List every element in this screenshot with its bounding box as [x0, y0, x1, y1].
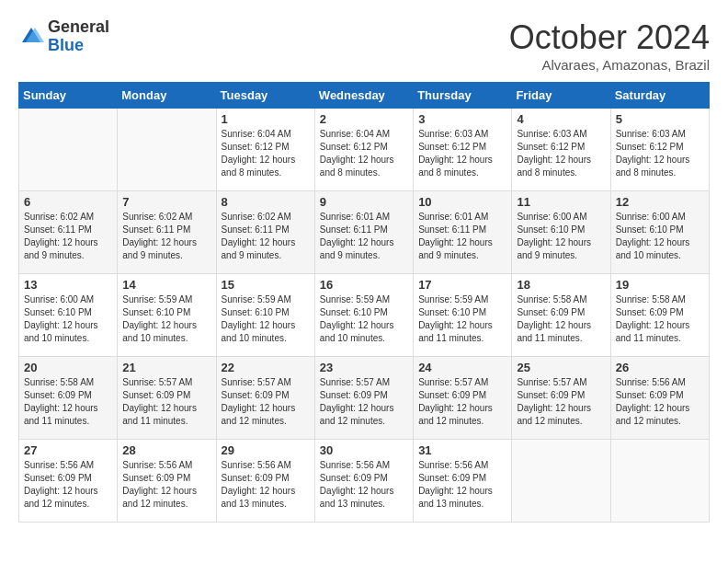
day-info: Sunrise: 5:59 AM Sunset: 6:10 PM Dayligh…: [320, 293, 408, 345]
logo-icon: [18, 24, 44, 50]
day-info: Sunrise: 6:01 AM Sunset: 6:11 PM Dayligh…: [320, 211, 408, 262]
calendar-cell: 20Sunrise: 5:58 AM Sunset: 6:09 PM Dayli…: [19, 357, 118, 440]
calendar-cell: 24Sunrise: 5:57 AM Sunset: 6:09 PM Dayli…: [414, 357, 512, 440]
day-number: 19: [616, 278, 704, 292]
calendar-cell: 23Sunrise: 5:57 AM Sunset: 6:09 PM Dayli…: [314, 357, 413, 440]
day-number: 3: [418, 112, 506, 126]
calendar-cell: [19, 109, 118, 191]
calendar-cell: 6Sunrise: 6:02 AM Sunset: 6:11 PM Daylig…: [19, 191, 118, 274]
day-number: 27: [24, 443, 112, 457]
day-number: 15: [222, 278, 310, 292]
day-info: Sunrise: 6:02 AM Sunset: 6:11 PM Dayligh…: [122, 211, 210, 262]
calendar-cell: 7Sunrise: 6:02 AM Sunset: 6:11 PM Daylig…: [118, 191, 216, 274]
day-info: Sunrise: 5:57 AM Sunset: 6:09 PM Dayligh…: [222, 376, 310, 428]
day-number: 16: [320, 278, 408, 292]
day-number: 6: [24, 195, 112, 209]
day-info: Sunrise: 6:00 AM Sunset: 6:10 PM Dayligh…: [24, 293, 112, 345]
day-number: 14: [122, 278, 210, 292]
calendar-cell: 1Sunrise: 6:04 AM Sunset: 6:12 PM Daylig…: [216, 109, 314, 191]
day-number: 12: [616, 195, 704, 209]
day-info: Sunrise: 6:00 AM Sunset: 6:10 PM Dayligh…: [517, 211, 605, 262]
day-of-week-saturday: Saturday: [610, 83, 709, 109]
day-info: Sunrise: 6:04 AM Sunset: 6:12 PM Dayligh…: [222, 128, 310, 179]
day-of-week-wednesday: Wednesday: [314, 83, 413, 109]
day-info: Sunrise: 6:00 AM Sunset: 6:10 PM Dayligh…: [616, 211, 704, 262]
calendar-cell: 8Sunrise: 6:02 AM Sunset: 6:11 PM Daylig…: [216, 191, 314, 274]
day-of-week-thursday: Thursday: [414, 83, 512, 109]
calendar-body: 1Sunrise: 6:04 AM Sunset: 6:12 PM Daylig…: [19, 109, 710, 523]
day-number: 4: [517, 112, 605, 126]
day-number: 11: [517, 195, 605, 209]
day-info: Sunrise: 5:56 AM Sunset: 6:09 PM Dayligh…: [320, 459, 408, 511]
day-number: 1: [222, 112, 310, 126]
calendar-cell: [610, 440, 709, 523]
day-number: 13: [24, 278, 112, 292]
day-info: Sunrise: 5:56 AM Sunset: 6:09 PM Dayligh…: [222, 459, 310, 511]
day-info: Sunrise: 5:58 AM Sunset: 6:09 PM Dayligh…: [616, 293, 704, 345]
calendar-cell: 3Sunrise: 6:03 AM Sunset: 6:12 PM Daylig…: [414, 109, 512, 191]
day-info: Sunrise: 5:57 AM Sunset: 6:09 PM Dayligh…: [418, 376, 506, 428]
calendar-cell: 25Sunrise: 5:57 AM Sunset: 6:09 PM Dayli…: [512, 357, 610, 440]
logo-blue-text: Blue: [48, 37, 109, 55]
day-number: 29: [222, 443, 310, 457]
logo: General Blue: [18, 18, 109, 55]
logo-general-text: General: [48, 18, 109, 37]
day-number: 7: [122, 195, 210, 209]
calendar-cell: 27Sunrise: 5:56 AM Sunset: 6:09 PM Dayli…: [19, 440, 118, 523]
day-info: Sunrise: 5:56 AM Sunset: 6:09 PM Dayligh…: [122, 459, 210, 511]
day-info: Sunrise: 5:58 AM Sunset: 6:09 PM Dayligh…: [517, 293, 605, 345]
day-number: 26: [616, 361, 704, 374]
calendar-cell: 18Sunrise: 5:58 AM Sunset: 6:09 PM Dayli…: [512, 274, 610, 357]
day-number: 10: [418, 195, 506, 209]
month-title: October 2024: [509, 18, 710, 57]
day-number: 9: [320, 195, 408, 209]
calendar-week-row: 13Sunrise: 6:00 AM Sunset: 6:10 PM Dayli…: [19, 274, 710, 357]
calendar-week-row: 20Sunrise: 5:58 AM Sunset: 6:09 PM Dayli…: [19, 357, 710, 440]
calendar-cell: 11Sunrise: 6:00 AM Sunset: 6:10 PM Dayli…: [512, 191, 610, 274]
day-info: Sunrise: 6:03 AM Sunset: 6:12 PM Dayligh…: [616, 128, 704, 179]
day-info: Sunrise: 5:59 AM Sunset: 6:10 PM Dayligh…: [418, 293, 506, 345]
calendar-cell: 21Sunrise: 5:57 AM Sunset: 6:09 PM Dayli…: [118, 357, 216, 440]
calendar-cell: 14Sunrise: 5:59 AM Sunset: 6:10 PM Dayli…: [118, 274, 216, 357]
title-section: October 2024 Alvaraes, Amazonas, Brazil: [509, 18, 710, 73]
day-number: 17: [418, 278, 506, 292]
calendar-cell: 19Sunrise: 5:58 AM Sunset: 6:09 PM Dayli…: [610, 274, 709, 357]
day-number: 28: [122, 443, 210, 457]
day-number: 23: [320, 361, 408, 374]
calendar-week-row: 6Sunrise: 6:02 AM Sunset: 6:11 PM Daylig…: [19, 191, 710, 274]
calendar-cell: 17Sunrise: 5:59 AM Sunset: 6:10 PM Dayli…: [414, 274, 512, 357]
day-info: Sunrise: 5:57 AM Sunset: 6:09 PM Dayligh…: [320, 376, 408, 428]
calendar-cell: 2Sunrise: 6:04 AM Sunset: 6:12 PM Daylig…: [314, 109, 413, 191]
day-info: Sunrise: 5:59 AM Sunset: 6:10 PM Dayligh…: [222, 293, 310, 345]
calendar-cell: 26Sunrise: 5:56 AM Sunset: 6:09 PM Dayli…: [610, 357, 709, 440]
day-info: Sunrise: 5:57 AM Sunset: 6:09 PM Dayligh…: [517, 376, 605, 428]
day-of-week-sunday: Sunday: [19, 83, 118, 109]
day-number: 20: [24, 361, 112, 374]
calendar-header: SundayMondayTuesdayWednesdayThursdayFrid…: [19, 83, 710, 109]
day-info: Sunrise: 5:59 AM Sunset: 6:10 PM Dayligh…: [122, 293, 210, 345]
day-of-week-monday: Monday: [118, 83, 216, 109]
calendar-cell: 9Sunrise: 6:01 AM Sunset: 6:11 PM Daylig…: [314, 191, 413, 274]
day-info: Sunrise: 6:04 AM Sunset: 6:12 PM Dayligh…: [320, 128, 408, 179]
calendar-cell: 31Sunrise: 5:56 AM Sunset: 6:09 PM Dayli…: [414, 440, 512, 523]
day-info: Sunrise: 6:03 AM Sunset: 6:12 PM Dayligh…: [517, 128, 605, 179]
day-number: 30: [320, 443, 408, 457]
day-info: Sunrise: 6:01 AM Sunset: 6:11 PM Dayligh…: [418, 211, 506, 262]
day-info: Sunrise: 6:02 AM Sunset: 6:11 PM Dayligh…: [24, 211, 112, 262]
day-info: Sunrise: 5:57 AM Sunset: 6:09 PM Dayligh…: [122, 376, 210, 428]
day-number: 2: [320, 112, 408, 126]
day-info: Sunrise: 5:56 AM Sunset: 6:09 PM Dayligh…: [24, 459, 112, 511]
calendar-cell: 13Sunrise: 6:00 AM Sunset: 6:10 PM Dayli…: [19, 274, 118, 357]
day-info: Sunrise: 6:03 AM Sunset: 6:12 PM Dayligh…: [418, 128, 506, 179]
calendar-cell: [118, 109, 216, 191]
day-number: 5: [616, 112, 704, 126]
calendar-cell: 5Sunrise: 6:03 AM Sunset: 6:12 PM Daylig…: [610, 109, 709, 191]
day-of-week-friday: Friday: [512, 83, 610, 109]
calendar-cell: 30Sunrise: 5:56 AM Sunset: 6:09 PM Dayli…: [314, 440, 413, 523]
page-header: General Blue October 2024 Alvaraes, Amaz…: [18, 18, 710, 73]
day-number: 21: [122, 361, 210, 374]
calendar-cell: 16Sunrise: 5:59 AM Sunset: 6:10 PM Dayli…: [314, 274, 413, 357]
day-number: 8: [222, 195, 310, 209]
calendar-cell: 22Sunrise: 5:57 AM Sunset: 6:09 PM Dayli…: [216, 357, 314, 440]
day-info: Sunrise: 5:58 AM Sunset: 6:09 PM Dayligh…: [24, 376, 112, 428]
